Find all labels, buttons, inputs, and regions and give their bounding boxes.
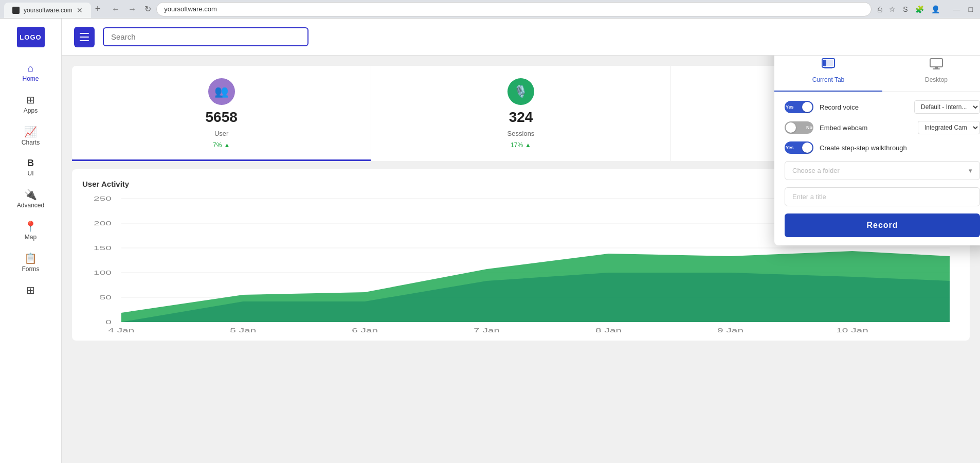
svg-text:8 Jan: 8 Jan [595, 327, 622, 334]
walkthrough-toggle[interactable]: Yes [785, 141, 813, 154]
sidebar-label-apps: Apps [24, 107, 38, 114]
home-icon: ⌂ [27, 63, 33, 73]
toggle-no-label: No [806, 125, 812, 130]
browser-chrome: yoursoftware.com ✕ + ← → ↻ yoursoftware.… [0, 0, 980, 19]
users-stat-icon: 👥 [208, 78, 235, 105]
walkthrough-row: Yes Create step-step walkthrough [785, 141, 980, 154]
window-controls: — □ [950, 4, 976, 14]
embed-webcam-row: No Embed webcam Integrated Cam [785, 121, 980, 134]
search-input[interactable] [103, 27, 308, 46]
sidebar-label-forms: Forms [22, 265, 40, 273]
menu-button[interactable] [74, 27, 95, 47]
desktop-label: Desktop [925, 76, 948, 83]
header [62, 19, 980, 56]
tab-favicon [12, 7, 20, 14]
sidebar: LOGO ⌂ Home ⊞ Apps 📈 Charts B UI 🔌 Advan… [0, 19, 62, 463]
content-area: 👥 5658 User 7% ▲ 🎙️ 324 Sessions 17% ▲ [62, 56, 980, 463]
toggle-knob-voice [802, 102, 812, 112]
profile-button[interactable]: 👤 [929, 3, 942, 15]
forms-icon: 📋 [24, 253, 37, 263]
svg-text:9 Jan: 9 Jan [717, 327, 743, 334]
sidebar-item-table[interactable]: ⊞ [0, 280, 61, 302]
folder-select[interactable]: Choose a folder ▾ [785, 161, 980, 180]
maximize-button[interactable]: □ [966, 4, 976, 14]
record-button[interactable]: Record [785, 213, 980, 237]
tab-bar: yoursoftware.com ✕ + [4, 0, 104, 18]
toggle-yes-walkthrough: Yes [786, 145, 794, 150]
current-tab-label: Current Tab [812, 76, 844, 83]
sidebar-item-home[interactable]: ⌂ Home [0, 58, 61, 87]
browser-tab[interactable]: yoursoftware.com ✕ [4, 3, 91, 18]
svg-text:7 Jan: 7 Jan [474, 327, 500, 334]
svg-text:6 Jan: 6 Jan [352, 327, 378, 334]
folder-chevron-icon: ▾ [969, 167, 972, 174]
tab-title: yoursoftware.com [24, 7, 72, 14]
sidebar-label-advanced: Advanced [17, 202, 44, 209]
minimize-button[interactable]: — [950, 4, 964, 14]
menu-line-2 [80, 37, 89, 38]
menu-line-1 [80, 33, 89, 34]
users-change-arrow: ▲ [224, 141, 230, 149]
sync-button[interactable]: S [901, 3, 910, 15]
popup-panel: support@snackwyze.com ⏻ [774, 56, 980, 245]
svg-rect-25 [930, 59, 942, 67]
new-tab-button[interactable]: + [91, 4, 105, 14]
browser-actions: ⎙ ☆ S 🧩 👤 [876, 3, 941, 15]
svg-text:250: 250 [94, 195, 112, 202]
charts-icon: 📈 [24, 127, 37, 137]
sessions-stat-value: 324 [509, 109, 533, 126]
sidebar-item-ui[interactable]: B UI [0, 153, 61, 182]
sessions-stat-change: 17% ▲ [511, 141, 531, 149]
tab-current-tab[interactable]: Current Tab [774, 56, 882, 92]
table-icon: ⊞ [26, 285, 35, 295]
record-voice-label: Record voice [820, 103, 908, 111]
browser-controls: ← → ↻ yoursoftware.com [108, 2, 872, 16]
webcam-select[interactable]: Integrated Cam [918, 121, 980, 134]
sessions-stat-label: Sessions [507, 130, 535, 137]
title-input[interactable] [785, 187, 980, 206]
menu-line-3 [80, 40, 89, 41]
sidebar-item-map[interactable]: 📍 Map [0, 216, 61, 246]
address-text: yoursoftware.com [164, 5, 217, 13]
svg-text:150: 150 [94, 245, 112, 252]
svg-marker-13 [121, 251, 950, 322]
users-stat-value: 5658 [206, 109, 238, 126]
app-container: LOGO ⌂ Home ⊞ Apps 📈 Charts B UI 🔌 Advan… [0, 19, 980, 463]
sidebar-label-map: Map [25, 234, 37, 241]
sidebar-item-apps[interactable]: ⊞ Apps [0, 90, 61, 119]
sessions-change-arrow: ▲ [525, 141, 531, 149]
tab-desktop[interactable]: Desktop [882, 56, 980, 92]
extensions-button[interactable]: 🧩 [913, 3, 926, 15]
sidebar-item-forms[interactable]: 📋 Forms [0, 248, 61, 278]
forward-button[interactable]: → [125, 3, 139, 16]
advanced-icon: 🔌 [24, 189, 37, 200]
current-tab-icon [821, 58, 836, 73]
record-voice-toggle[interactable]: Yes [785, 101, 813, 113]
sidebar-item-advanced[interactable]: 🔌 Advanced [0, 184, 61, 214]
reload-button[interactable]: ↻ [141, 2, 154, 16]
sidebar-label-charts: Charts [22, 139, 40, 146]
embed-webcam-label: Embed webcam [820, 124, 912, 132]
main-area: 👥 5658 User 7% ▲ 🎙️ 324 Sessions 17% ▲ [62, 19, 980, 463]
sidebar-label-ui: UI [28, 170, 34, 177]
sidebar-item-charts[interactable]: 📈 Charts [0, 121, 61, 151]
tab-close-button[interactable]: ✕ [77, 7, 83, 14]
walkthrough-label: Create step-step walkthrough [820, 144, 980, 152]
logo: LOGO [17, 27, 45, 47]
ui-icon: B [27, 158, 34, 168]
svg-text:5 Jan: 5 Jan [230, 327, 256, 334]
users-stat-change: 7% ▲ [213, 141, 230, 149]
toggle-knob-walkthrough [802, 143, 812, 153]
record-voice-select[interactable]: Default - Intern... [914, 100, 980, 114]
svg-rect-27 [933, 68, 940, 69]
svg-text:50: 50 [100, 294, 112, 301]
svg-text:4 Jan: 4 Jan [108, 327, 134, 334]
address-bar[interactable]: yoursoftware.com [156, 2, 872, 16]
sessions-change-value: 17% [511, 141, 523, 149]
bookmark-button[interactable]: ☆ [887, 3, 898, 15]
svg-rect-24 [823, 60, 826, 66]
stat-card-users: 👥 5658 User 7% ▲ [72, 66, 371, 161]
back-button[interactable]: ← [108, 3, 123, 16]
cast-button[interactable]: ⎙ [876, 3, 884, 15]
embed-webcam-toggle[interactable]: No [785, 121, 813, 134]
